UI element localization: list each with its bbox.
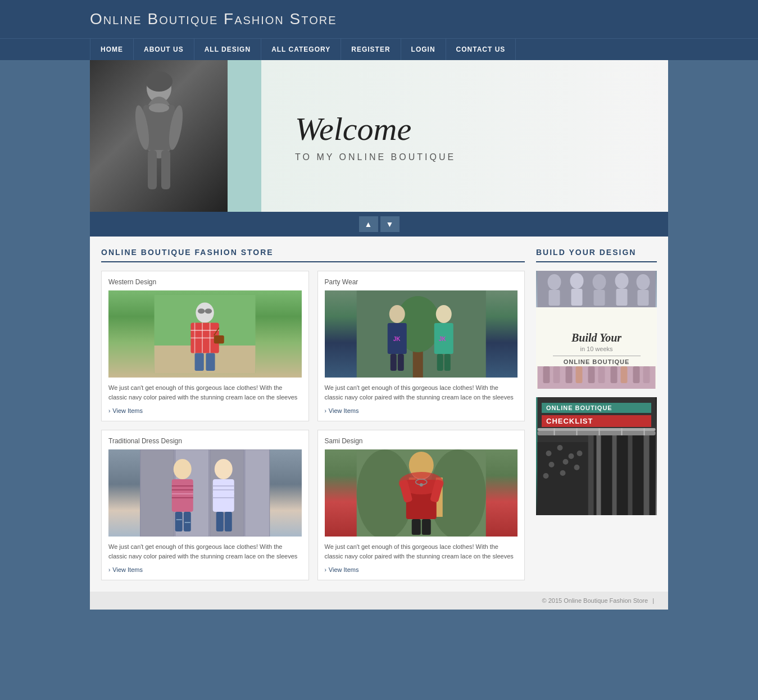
site-title: Online Boutique Fashion Store — [90, 10, 668, 28]
hero-photo — [90, 60, 228, 212]
svg-rect-94 — [598, 366, 605, 383]
product-desc-sami: We just can't get enough of this gorgeou… — [325, 542, 518, 561]
nav-item-home[interactable]: HOME — [90, 39, 134, 60]
sidebar-ad-checklist[interactable]: ONLINE BOUTIQUE CHECKLIST — [536, 397, 657, 515]
sidebar-section-title: BUILD YOUR DESIGN — [536, 248, 657, 262]
svg-rect-40 — [140, 449, 174, 537]
svg-point-24 — [205, 308, 212, 313]
ad-build-text: Build Your — [571, 331, 621, 344]
svg-rect-96 — [621, 366, 628, 383]
hero-teal-block — [228, 60, 261, 212]
nav-item-login[interactable]: LOGIN — [401, 39, 446, 60]
ad-checklist-title-text: ONLINE BOUTIQUE — [542, 403, 651, 413]
svg-point-28 — [389, 305, 405, 323]
footer-divider: | — [652, 597, 654, 604]
svg-rect-73 — [411, 519, 420, 535]
section-title: ONLINE BOUTIQUE FASHION STORE — [101, 248, 525, 262]
svg-rect-61 — [225, 512, 232, 531]
svg-rect-55 — [213, 479, 234, 512]
carousel-down-icon: ▼ — [386, 220, 394, 229]
svg-rect-92 — [576, 366, 583, 383]
product-card-western: Western Design — [101, 271, 309, 421]
svg-rect-31 — [397, 354, 403, 371]
svg-rect-98 — [643, 366, 650, 383]
product-image-western — [108, 290, 302, 378]
ad-build-weeks: in 10 weeks — [580, 346, 612, 352]
svg-point-1 — [146, 71, 173, 92]
svg-text:JK: JK — [438, 336, 446, 342]
svg-rect-89 — [543, 366, 550, 383]
chevron-right-icon-party: › — [325, 408, 326, 414]
svg-rect-36 — [444, 354, 450, 371]
svg-point-76 — [419, 483, 423, 487]
carousel-controls: ▲ ▼ — [90, 212, 668, 237]
nav-item-contact[interactable]: CONTACT US — [446, 39, 516, 60]
svg-rect-93 — [588, 366, 595, 383]
nav-item-about[interactable]: ABOUT US — [134, 39, 194, 60]
carousel-next-button[interactable]: ▼ — [380, 216, 400, 232]
svg-rect-107 — [636, 431, 641, 515]
svg-rect-8 — [161, 150, 170, 189]
hero-text-area: Welcome TO MY ONLINE BOUTIQUE — [261, 60, 668, 212]
view-items-party[interactable]: › View Items — [325, 407, 518, 414]
ad-build-boutique-text: ONLINE BOUTIQUE — [564, 358, 630, 365]
svg-point-33 — [435, 305, 451, 323]
svg-rect-74 — [421, 519, 430, 535]
svg-rect-21 — [214, 335, 224, 343]
ad-shoes-svg — [536, 366, 657, 389]
svg-point-23 — [198, 308, 205, 313]
chevron-right-icon: › — [108, 408, 110, 414]
svg-point-4 — [149, 103, 169, 112]
svg-rect-85 — [616, 289, 628, 306]
svg-rect-97 — [633, 366, 640, 383]
svg-rect-20 — [206, 353, 215, 371]
product-category-western: Western Design — [108, 278, 302, 286]
svg-rect-35 — [437, 354, 443, 371]
sami-fashion-svg — [325, 449, 518, 537]
chevron-right-icon-sami: › — [325, 567, 326, 573]
svg-rect-60 — [216, 512, 224, 531]
left-column: ONLINE BOUTIQUE FASHION STORE Western De… — [101, 248, 525, 580]
svg-point-80 — [570, 273, 584, 289]
nav-item-all-category[interactable]: ALL CATEGORY — [261, 39, 341, 60]
sidebar-ad-build[interactable]: Build Your in 10 weeks ONLINE BOUTIQUE — [536, 271, 657, 389]
outer-bg-bottom — [0, 610, 758, 632]
product-card-traditional: Traditional Dress Design — [101, 430, 309, 580]
svg-rect-104 — [612, 431, 617, 515]
svg-rect-108 — [644, 431, 650, 515]
nav-item-register[interactable]: REGISTER — [341, 39, 401, 60]
view-items-sami[interactable]: › View Items — [325, 566, 518, 573]
svg-rect-50 — [175, 512, 183, 531]
svg-text:JK: JK — [393, 336, 401, 342]
svg-rect-103 — [604, 431, 610, 515]
svg-point-84 — [615, 273, 629, 289]
main-content: ONLINE BOUTIQUE FASHION STORE Western De… — [90, 237, 668, 592]
party-fashion-svg: JK JK — [325, 290, 518, 378]
svg-rect-79 — [549, 290, 560, 306]
svg-point-114 — [563, 459, 569, 465]
svg-rect-51 — [184, 512, 191, 531]
svg-point-111 — [557, 445, 563, 451]
ad-checklist-sub-text: CHECKLIST — [542, 415, 651, 427]
product-category-sami: Sami Design — [325, 437, 518, 445]
site-footer: © 2015 Online Boutique Fashion Store | — [90, 592, 668, 610]
product-card-party: Party Wear — [317, 271, 525, 421]
svg-rect-91 — [566, 366, 573, 383]
product-desc-party: We just can't get enough of this gorgeou… — [325, 383, 518, 402]
hero-subtitle: TO MY ONLINE BOUTIQUE — [295, 152, 634, 162]
svg-point-54 — [215, 459, 233, 479]
view-items-western[interactable]: › View Items — [108, 407, 302, 414]
product-card-sami: Sami Design — [317, 430, 525, 580]
svg-rect-102 — [597, 431, 601, 515]
svg-point-110 — [546, 451, 552, 456]
hero-banner: Welcome TO MY ONLINE BOUTIQUE — [90, 60, 668, 212]
carousel-up-icon: ▲ — [365, 220, 373, 229]
svg-point-78 — [548, 274, 561, 290]
view-items-traditional[interactable]: › View Items — [108, 566, 302, 573]
carousel-prev-button[interactable]: ▲ — [359, 216, 378, 232]
svg-rect-45 — [172, 479, 193, 512]
svg-point-112 — [569, 453, 574, 459]
svg-point-86 — [637, 274, 650, 290]
right-column: BUILD YOUR DESIGN — [536, 248, 657, 580]
nav-item-all-design[interactable]: ALL DESIGN — [194, 39, 261, 60]
